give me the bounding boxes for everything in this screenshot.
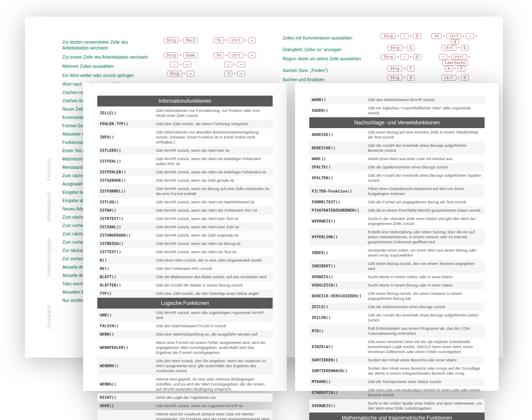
function-description: Gibt WAHR zurück, wenn der Wert ein Text…: [153, 248, 273, 256]
function-description: Gibt die Zeilennummer eines Bezugs zurüc…: [365, 303, 485, 311]
function-row: HYPERLINK() Erstellt eine Verknüpfung od…: [309, 228, 485, 246]
function-name: ISTUNGERADE(): [97, 231, 153, 240]
shortcut-row: Zur letzten verwendeten Zelle des Arbeit…: [62, 37, 262, 52]
function-row: EINZELW() Gibt einen einzelnen Wert mit …: [309, 338, 485, 356]
shortcut-row: Zur ersten Zelle des Arbeitsblattes wech…: [62, 52, 262, 62]
shortcut-windows-keys: Strg+Pos1: [154, 37, 208, 43]
shortcut-row: Mehrere Zellen auswählen ⇧+→ ⇧+→: [62, 62, 262, 71]
function-name: RTD(): [309, 324, 365, 338]
function-name: BEREICH.VERSCHIEBEN(): [309, 289, 365, 303]
function-name: FILTER-Funktion(): [309, 185, 365, 198]
function-description: Gibt WAHR zurück, wenn ein Argument WAHR…: [153, 402, 273, 410]
function-row: SPALTEN() Gibt die Anzahl der innerhalb …: [309, 171, 485, 185]
function-name: EINZELW(): [309, 338, 365, 356]
shortcut-windows-keys: Strg+⇧+O: [374, 54, 428, 60]
function-row: INDIREKT() Gibt einen Bezug zurück, der …: [309, 259, 485, 273]
shortcut-label: Zur ersten Zelle des Arbeitsblattes wech…: [62, 52, 154, 62]
function-description: Gibt den Wert zurück, den Sie angeben, w…: [153, 357, 273, 375]
function-description: Gibt eine Wahrheitsprüfung an, die ausge…: [153, 330, 273, 338]
function-row: BEREICHE() Gibt die Anzahl der innerhalb…: [309, 141, 485, 155]
function-row: BLATT() Gibt die Blattnummer des Blatts …: [97, 273, 273, 281]
function-description: Gibt ein logisches "Ausschließliches Ode…: [365, 104, 485, 117]
function-description: Gibt WAHR zurück, wenn der Wert ein beli…: [153, 155, 273, 168]
function-row: VERWEIS() Sucht Werte in einem Vektor od…: [309, 273, 485, 281]
function-name: FORMELTEXT(): [309, 198, 365, 206]
function-row: WAHR() Gibt den Wahrheitswert WAHR zurüc…: [309, 96, 485, 104]
function-name: INDEX(): [309, 246, 365, 259]
function-row: WENNS() Hiermit wird geprüft, ob eine od…: [97, 375, 273, 393]
shortcut-row: Suchen und Ersetzen Strg+H ctrl+H: [283, 75, 482, 84]
function-row: XODER() Gibt ein logisches "Ausschließli…: [309, 104, 485, 117]
function-name: ZELLE(): [97, 106, 153, 120]
function-name: ODER(): [97, 402, 153, 410]
function-description: Gibt die Spaltennummer eines Bezugs zurü…: [365, 163, 485, 171]
shortcut-mac-keys: ⌥+→: [208, 71, 262, 77]
category-label-formeln: Formeln: [46, 158, 52, 181]
function-description: Wählt einen Wert aus einer Liste mit Wer…: [365, 155, 485, 163]
function-row: ISTGERADE() Gibt WAHR zurück, wenn die Z…: [97, 176, 273, 185]
function-row: FORMELTEXT() Gibt die Formel am angegebe…: [309, 198, 485, 206]
function-description: Gibt den Wahrheitswert FALSCH zurück: [153, 322, 273, 330]
function-row: PIVOTDATENZUORDNEN() Gibt die in einem P…: [309, 206, 485, 215]
function-name: ISTKTEXT(): [97, 215, 153, 223]
function-name: ISTLEER(): [97, 146, 153, 155]
function-description: Gibt WAHR zurück, wenn die Zahl gerade i…: [153, 176, 273, 185]
function-name: SWITCH(): [97, 410, 153, 420]
function-description: Gibt WAHR zurück, wenn die Zahl ungerade…: [153, 231, 273, 240]
category-label-menuband: Menüband: [46, 193, 52, 221]
section-header: Logische Funktionen: [97, 298, 273, 309]
shortcut-windows-keys: Strg+→: [154, 71, 208, 77]
shortcut-windows-keys: ⇧+→: [154, 62, 208, 67]
function-description: Gibt einen Bezug zurück, der einen Absta…: [365, 289, 485, 303]
function-row: ISTFEHL() Gibt WAHR zurück, wenn der Wer…: [97, 155, 273, 168]
function-name: WENNS(): [97, 375, 153, 393]
function-description: Gibt WAHR zurück, wenn der Wert eine Zah…: [153, 223, 273, 231]
function-name: ISTNV(): [97, 206, 153, 215]
function-row: SPALTE() Gibt die Spaltennummer eines Be…: [309, 163, 485, 171]
function-table: InformationsfunktionenZELLE() Gibt Infor…: [97, 96, 273, 420]
function-name: WENNNV(): [97, 357, 153, 375]
function-row: SWITCH() Hiermit wird ein Ausdruck anhan…: [97, 410, 273, 420]
shortcut-windows-keys: Strg+Ende: [154, 52, 208, 58]
function-description: Gibt die Blattnummer des Blatts zurück, …: [153, 273, 273, 281]
function-description: Gibt einen Wert zurück, der in eine Zahl…: [153, 256, 273, 264]
shortcut-windows-keys: Strg+G: [374, 45, 428, 51]
function-name: ADRESSE(): [309, 128, 365, 141]
function-row: SORTIEREN() Sortiert den Inhalt eines Be…: [309, 356, 485, 364]
function-row: EINDEUTIG() Gibt eine Liste von eindeuti…: [309, 386, 485, 399]
function-description: Sucht in der obersten Zeile einer Matrix…: [365, 215, 485, 228]
function-name: BLATT(): [97, 273, 153, 281]
shortcut-label: Mehrere Zellen auswählen: [62, 62, 154, 71]
section-header: Nachschlage- und Verweisfunktionen: [309, 117, 485, 128]
function-name: HYPERLINK(): [309, 228, 365, 246]
shortcut-mac-keys: fn+ctrl+⇧+O: [428, 33, 482, 45]
category-label-arbeitsmappe: Arbeitsmappe: [46, 238, 52, 277]
function-name: N(): [97, 256, 153, 264]
function-name: ISTLOG(): [97, 198, 153, 206]
function-name: ISTFORMEL(): [97, 185, 153, 198]
function-description: Kehrt die Logik der Argumente um: [153, 393, 273, 402]
function-name: FALSCH(): [97, 322, 153, 330]
shortcut-mac-keys: ⇧+→: [208, 62, 262, 67]
function-row: INDEX() Verwendet einen Index, um einen …: [309, 246, 485, 259]
function-row: N() Gibt einen Wert zurück, der in eine …: [97, 256, 273, 264]
function-description: Gibt einen einzelnen Wert mit der als im…: [365, 338, 485, 356]
function-name: BLÄTTER(): [97, 281, 153, 289]
function-description: Gibt WAHR zurück, wenn der Wert leer ist: [153, 146, 273, 155]
function-row: ISTZAHL() Gibt WAHR zurück, wenn der Wer…: [97, 223, 273, 231]
function-row: ZEILE() Gibt die Zeilennummer eines Bezu…: [309, 303, 485, 311]
function-name: ZEILEN(): [309, 311, 365, 324]
function-description: Gibt eine Zahl zurück, die einem Fehlert…: [153, 120, 273, 128]
function-row: WAHL() Wählt einen Wert aus einer Liste …: [309, 155, 485, 163]
function-row: ISTNV() Gibt WAHR zurück, wenn der Wert …: [97, 206, 273, 215]
function-description: Gibt den Wahrheitswert WAHR zurück: [365, 96, 485, 104]
shortcut-row: Ein Wort weiter oder zurück springen Str…: [62, 71, 262, 80]
function-row: BEREICH.VERSCHIEBEN() Gibt einen Bezug z…: [309, 289, 485, 303]
function-row: VERGLEICH() Sucht Werte in einem Bezug o…: [309, 281, 485, 289]
function-row: ADRESSE() Gibt einen Bezug auf eine einz…: [309, 128, 485, 141]
function-row: ZELLE() Gibt Informationen zur Formatier…: [97, 106, 273, 120]
shortcut-mac-keys: ⌘+F: [428, 66, 482, 72]
function-name: BEREICHE(): [309, 141, 365, 155]
function-description: Gibt WAHR zurück, wenn der Wert kein Tex…: [153, 215, 273, 223]
shortcut-label: Zur letzten verwendeten Zelle des Arbeit…: [62, 37, 154, 52]
